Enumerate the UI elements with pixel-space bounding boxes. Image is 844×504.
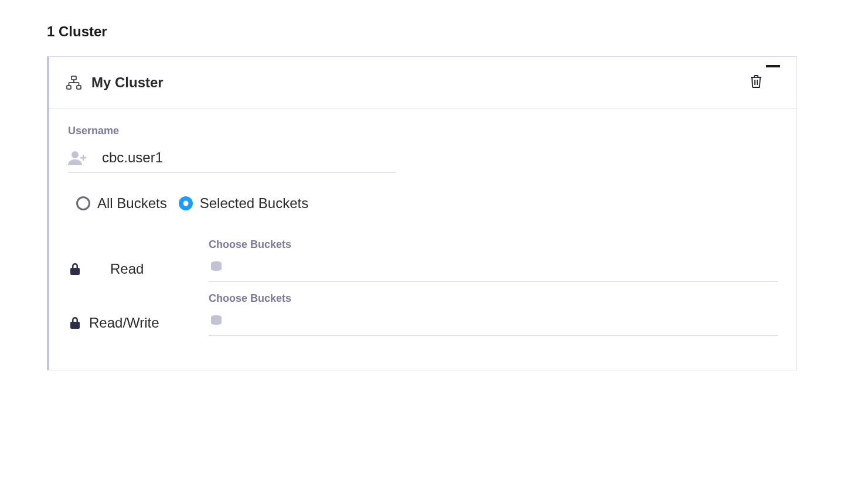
- delete-cluster-button[interactable]: [746, 71, 766, 94]
- collapse-button[interactable]: [766, 65, 780, 67]
- readwrite-bucket-field: Choose Buckets: [209, 292, 778, 336]
- permission-row-readwrite: Read/Write Choose Buckets: [68, 292, 778, 336]
- svg-rect-12: [70, 268, 80, 275]
- read-bucket-field: Choose Buckets: [209, 239, 778, 282]
- permission-readwrite-label: Read/Write: [89, 315, 159, 331]
- svg-rect-14: [70, 322, 80, 329]
- username-label: Username: [68, 125, 778, 137]
- read-bucket-input[interactable]: [233, 260, 778, 275]
- permission-row-read: Read Choose Buckets: [68, 239, 778, 282]
- page-title: 1 Cluster: [47, 23, 797, 40]
- lock-icon: [68, 262, 82, 276]
- radio-selected-buckets-label: Selected Buckets: [200, 195, 308, 212]
- database-icon: [209, 259, 224, 275]
- svg-rect-1: [67, 86, 71, 89]
- bucket-scope-radio-group: All Buckets Selected Buckets: [68, 195, 778, 212]
- svg-rect-11: [80, 157, 86, 159]
- sitemap-icon: [66, 74, 82, 91]
- readwrite-choose-buckets-label: Choose Buckets: [209, 292, 778, 305]
- radio-all-buckets-label: All Buckets: [97, 195, 167, 212]
- trash-icon: [750, 74, 763, 90]
- username-field-row: [68, 145, 396, 173]
- svg-rect-0: [72, 76, 76, 80]
- svg-rect-2: [77, 86, 81, 89]
- permission-readwrite-left: Read/Write: [68, 315, 209, 336]
- permission-read-left: Read: [68, 261, 209, 282]
- readwrite-bucket-input-row[interactable]: [209, 309, 778, 336]
- radio-unchecked-icon: [76, 196, 90, 210]
- read-bucket-input-row[interactable]: [209, 256, 778, 282]
- minus-icon: [766, 65, 780, 67]
- readwrite-bucket-input[interactable]: [233, 314, 778, 329]
- username-input[interactable]: [101, 149, 396, 166]
- radio-checked-icon: [179, 196, 193, 210]
- user-add-icon: [68, 149, 88, 166]
- cluster-card-header: My Cluster: [49, 57, 797, 108]
- permission-read-label: Read: [110, 261, 144, 277]
- cluster-card-body: Username All Buckets Selected Buckets: [49, 108, 797, 370]
- database-icon: [209, 313, 224, 329]
- svg-point-9: [72, 151, 79, 158]
- lock-icon: [68, 316, 82, 330]
- radio-all-buckets[interactable]: All Buckets: [76, 195, 167, 212]
- radio-selected-buckets[interactable]: Selected Buckets: [179, 195, 308, 212]
- read-choose-buckets-label: Choose Buckets: [209, 239, 778, 251]
- cluster-card: My Cluster Username: [47, 56, 797, 370]
- cluster-name: My Cluster: [91, 74, 746, 91]
